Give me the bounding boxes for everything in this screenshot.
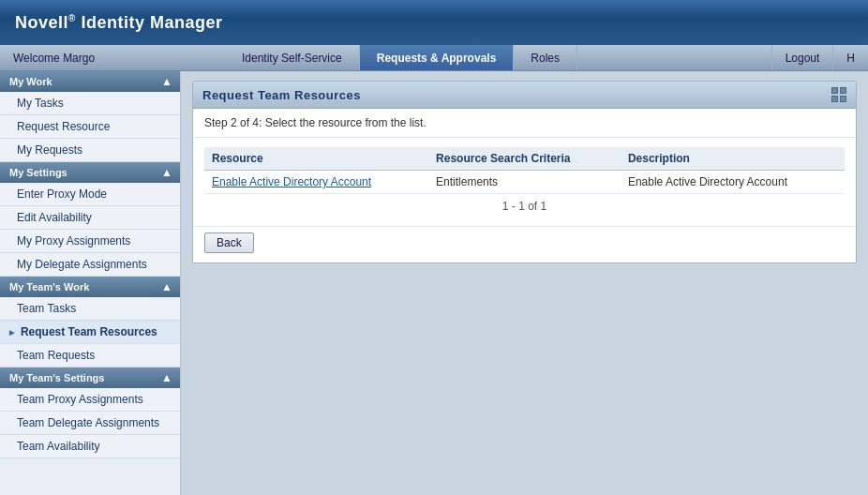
resource-link-cell: Enable Active Directory Account: [204, 171, 428, 194]
app-logo: Novell® Identity Manager: [15, 13, 222, 33]
main-content: Request Team Resources Step 2 of 4: Sele…: [181, 71, 868, 495]
sidebar-section-my-teams-settings-label: My Team's Settings: [9, 372, 104, 383]
page-title: Request Team Resources: [202, 88, 361, 102]
sidebar-item-request-team-resources[interactable]: ► Request Team Resources: [0, 321, 180, 344]
col-description: Description: [621, 147, 845, 171]
sidebar-item-edit-availability[interactable]: Edit Availability: [0, 206, 180, 230]
content-header: Request Team Resources: [193, 82, 856, 109]
logo-rest: Identity Manager: [76, 13, 223, 32]
collapse-icon-my-teams-work: ▲: [161, 280, 172, 293]
content-panel: Request Team Resources Step 2 of 4: Sele…: [192, 81, 857, 263]
sidebar-section-my-settings[interactable]: My Settings ▲: [0, 162, 180, 183]
sidebar-section-my-settings-label: My Settings: [9, 167, 67, 178]
sidebar-item-my-requests[interactable]: My Requests: [0, 139, 180, 162]
sidebar-item-my-proxy-assignments[interactable]: My Proxy Assignments: [0, 230, 180, 253]
logo-novell: Novell: [15, 13, 68, 32]
sidebar-item-team-proxy-assignments[interactable]: Team Proxy Assignments: [0, 388, 180, 412]
resource-table-area: Resource Resource Search Criteria Descri…: [193, 138, 856, 226]
navbar: Welcome Margo Identity Self-Service Requ…: [0, 45, 868, 71]
search-criteria-cell: Entitlements: [428, 171, 621, 194]
col-resource: Resource: [204, 147, 428, 171]
grid-icon: [831, 87, 846, 102]
sidebar-item-team-availability[interactable]: Team Availability: [0, 435, 180, 458]
collapse-icon-my-work: ▲: [161, 75, 172, 88]
app-header: Novell® Identity Manager: [0, 0, 868, 45]
sidebar-item-team-requests[interactable]: Team Requests: [0, 344, 180, 368]
sidebar-section-my-teams-work-label: My Team's Work: [9, 281, 89, 292]
active-arrow-icon: ►: [7, 327, 17, 338]
layout: My Work ▲ My Tasks Request Resource My R…: [0, 71, 868, 495]
resource-table: Resource Resource Search Criteria Descri…: [204, 147, 845, 194]
table-row: Enable Active Directory Account Entitlem…: [204, 171, 845, 194]
sidebar-section-my-work-label: My Work: [9, 76, 52, 87]
sidebar-item-team-delegate-assignments[interactable]: Team Delegate Assignments: [0, 412, 180, 435]
nav-help[interactable]: H: [832, 45, 868, 70]
sidebar-item-enter-proxy-mode[interactable]: Enter Proxy Mode: [0, 183, 180, 206]
nav-logout[interactable]: Logout: [771, 45, 833, 70]
sidebar-item-request-resource[interactable]: Request Resource: [0, 115, 180, 139]
nav-tab-roles[interactable]: Roles: [514, 45, 577, 70]
sidebar-item-my-delegate-assignments[interactable]: My Delegate Assignments: [0, 253, 180, 277]
sidebar-item-team-tasks[interactable]: Team Tasks: [0, 297, 180, 321]
sidebar: My Work ▲ My Tasks Request Resource My R…: [0, 71, 181, 495]
nav-tab-requests-approvals[interactable]: Requests & Approvals: [360, 45, 515, 70]
collapse-icon-my-settings: ▲: [161, 166, 172, 179]
sidebar-section-my-work[interactable]: My Work ▲: [0, 71, 180, 92]
step-text: Step 2 of 4: Select the resource from th…: [193, 109, 856, 138]
collapse-icon-my-teams-settings: ▲: [161, 371, 172, 384]
col-search-criteria: Resource Search Criteria: [428, 147, 621, 171]
welcome-text: Welcome Margo: [0, 45, 108, 71]
logo-reg: ®: [68, 13, 76, 23]
sidebar-item-my-tasks[interactable]: My Tasks: [0, 92, 180, 115]
nav-tab-identity-self-service[interactable]: Identity Self-Service: [225, 45, 360, 70]
description-cell: Enable Active Directory Account: [621, 171, 845, 194]
sidebar-section-my-teams-settings[interactable]: My Team's Settings ▲: [0, 368, 180, 388]
resource-link[interactable]: Enable Active Directory Account: [212, 175, 371, 188]
pagination-text: 1 - 1 of 1: [204, 194, 845, 217]
back-button[interactable]: Back: [204, 232, 254, 253]
sidebar-item-request-team-resources-label: Request Team Resources: [21, 325, 157, 338]
back-button-area: Back: [193, 226, 856, 262]
sidebar-section-my-teams-work[interactable]: My Team's Work ▲: [0, 277, 180, 297]
